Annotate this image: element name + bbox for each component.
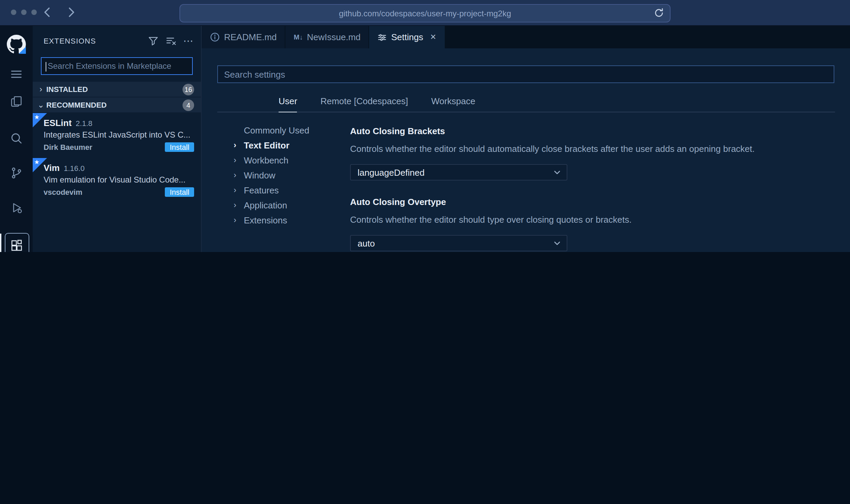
tab-bar: README.md M↓ NewIssue.md Settings ✕ [202, 26, 850, 48]
window-controls [11, 10, 37, 15]
section-label: INSTALLED [46, 85, 183, 93]
chevron-right-icon: › [35, 84, 46, 94]
install-button[interactable]: Install [165, 142, 194, 152]
setting-title: Auto Closing Overtype [350, 197, 835, 209]
url-text: github.com/codespaces/user-my-project-mg… [339, 9, 511, 18]
sidebar-header: EXTENSIONS ⋯ [33, 26, 201, 56]
filter-icon[interactable] [148, 35, 159, 46]
recommended-count-badge: 4 [183, 99, 194, 111]
chevron-down-icon: ⌄ [35, 100, 46, 110]
chevron-right-icon: › [234, 185, 244, 195]
tab-readme[interactable]: README.md [202, 26, 285, 48]
extensions-sidebar: EXTENSIONS ⋯ › INSTALLED 16 [33, 26, 202, 252]
tab-label: NewIssue.md [307, 32, 361, 42]
browser-chrome: github.com/codespaces/user-my-project-mg… [0, 0, 850, 26]
setting-auto-closing-brackets: Auto Closing Brackets Controls whether t… [350, 126, 835, 180]
browser-nav [41, 5, 78, 19]
toc-text-editor[interactable]: ›Text Editor [234, 138, 346, 153]
url-bar[interactable]: github.com/codespaces/user-my-project-mg… [179, 4, 671, 22]
extensions-icon[interactable] [0, 235, 33, 252]
run-debug-icon[interactable] [0, 198, 33, 218]
scope-tab-remote[interactable]: Remote [Codespaces] [320, 96, 408, 112]
install-button[interactable]: Install [165, 187, 194, 197]
section-installed[interactable]: › INSTALLED 16 [33, 82, 201, 97]
extensions-focus-outline [5, 233, 29, 252]
section-recommended[interactable]: ⌄ RECOMMENDED 4 [33, 97, 201, 112]
setting-title: Auto Closing Brackets [350, 126, 835, 138]
browser-window: github.com/codespaces/user-my-project-mg… [0, 0, 850, 252]
star-icon: ★ [34, 159, 40, 166]
dropdown-value: languageDefined [358, 167, 425, 177]
extension-item-eslint[interactable]: ★ ESLint 2.1.8 Integrates ESLint JavaScr… [33, 113, 201, 158]
markdown-icon: M↓ [294, 33, 303, 41]
extension-name: ESLint [44, 118, 72, 128]
extension-description: Integrates ESLint JavaScript into VS C..… [44, 130, 190, 140]
window-close-button[interactable] [11, 10, 16, 15]
chevron-right-icon: › [234, 215, 244, 225]
settings-list: Auto Closing Brackets Controls whether t… [350, 126, 835, 252]
sidebar-title: EXTENSIONS [44, 37, 148, 45]
activity-bar [0, 26, 33, 252]
extensions-search-input[interactable] [42, 58, 192, 74]
github-logo [0, 33, 33, 56]
toc-workbench[interactable]: ›Workbench [234, 153, 346, 168]
chevron-down-icon [553, 168, 561, 176]
setting-dropdown[interactable]: auto [350, 235, 567, 251]
tab-label: README.md [224, 32, 277, 42]
menu-icon[interactable] [0, 64, 33, 84]
tab-label: Settings [391, 32, 423, 42]
explorer-icon[interactable] [0, 91, 33, 112]
toc-commonly-used[interactable]: Commonly Used [234, 123, 346, 138]
settings-search-box [217, 65, 834, 83]
text-caret [46, 62, 46, 72]
settings-editor: User Remote [Codespaces] Workspace Commo… [202, 48, 850, 252]
installed-count-badge: 16 [183, 83, 194, 95]
setting-description: Controls whether the editor should type … [350, 215, 835, 227]
close-icon[interactable]: ✕ [430, 33, 436, 42]
info-icon [210, 32, 220, 42]
settings-toc: Commonly Used ›Text Editor ›Workbench ›W… [234, 123, 346, 227]
forward-icon[interactable] [64, 5, 78, 19]
section-label: RECOMMENDED [46, 101, 183, 109]
window-zoom-button[interactable] [31, 10, 37, 15]
tab-newissue[interactable]: M↓ NewIssue.md [286, 26, 369, 48]
clear-search-icon[interactable] [166, 35, 176, 46]
dropdown-value: auto [358, 238, 375, 248]
extension-version: 2.1.8 [76, 119, 92, 127]
setting-dropdown[interactable]: languageDefined [350, 164, 567, 180]
settings-sliders-icon [378, 32, 387, 42]
source-control-icon[interactable] [0, 163, 33, 183]
star-icon: ★ [34, 114, 40, 121]
settings-scope-tabs: User Remote [Codespaces] Workspace [217, 92, 835, 112]
editor-area: README.md M↓ NewIssue.md Settings ✕ [202, 26, 850, 252]
chevron-down-icon [553, 239, 561, 247]
chevron-right-icon: › [234, 200, 244, 210]
recommended-ribbon: ★ [33, 113, 47, 127]
tab-settings[interactable]: Settings ✕ [369, 26, 444, 48]
toc-window[interactable]: ›Window [234, 168, 346, 183]
refresh-icon[interactable] [654, 7, 664, 18]
chevron-right-icon: › [234, 170, 244, 180]
settings-search-input[interactable] [218, 66, 834, 82]
scope-tab-workspace[interactable]: Workspace [431, 96, 475, 112]
chevron-right-icon: › [234, 155, 244, 165]
extension-author: vscodevim [44, 188, 165, 196]
toc-features[interactable]: ›Features [234, 183, 346, 198]
search-icon[interactable] [0, 128, 33, 148]
extension-description: Vim emulation for Visual Studio Code... [44, 175, 190, 185]
toc-extensions[interactable]: ›Extensions [234, 212, 346, 227]
toc-application[interactable]: ›Application [234, 198, 346, 212]
setting-description: Controls whether the editor should autom… [350, 144, 835, 156]
more-actions-icon[interactable]: ⋯ [183, 37, 194, 44]
extension-item-vim[interactable]: ★ Vim 1.16.0 Vim emulation for Visual St… [33, 158, 201, 203]
recommended-ribbon: ★ [33, 158, 47, 172]
extensions-search-box [41, 57, 193, 75]
scope-tab-user[interactable]: User [279, 96, 297, 112]
window-minimize-button[interactable] [21, 10, 27, 15]
setting-auto-closing-overtype: Auto Closing Overtype Controls whether t… [350, 197, 835, 251]
back-icon[interactable] [41, 5, 54, 19]
extension-version: 1.16.0 [64, 164, 84, 172]
chevron-right-icon: › [234, 140, 244, 150]
extension-author: Dirk Baeumer [44, 143, 165, 151]
